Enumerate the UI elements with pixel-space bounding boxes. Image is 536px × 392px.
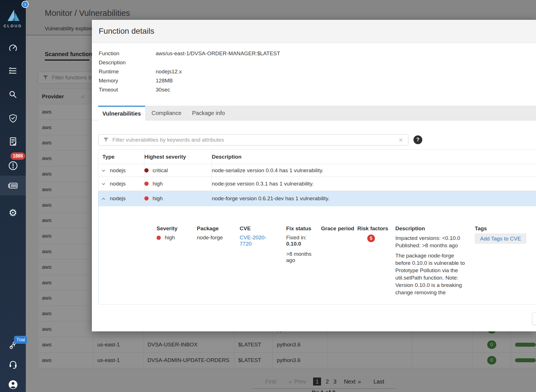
chevron-down-icon[interactable]: [102, 168, 105, 171]
logo-text: CLOUD: [0, 24, 26, 28]
report-check-icon: [8, 137, 18, 146]
field-value: nodejs12.x: [156, 69, 182, 75]
help-button[interactable]: ?: [413, 135, 422, 144]
vuln-type: nodejs: [110, 195, 126, 202]
detail-description: Impacted versions: <0.10.0 Published: >8…: [395, 235, 470, 296]
detail-header-description: Description: [395, 225, 425, 232]
detail-cve: CVE-2020-7720: [240, 235, 267, 247]
sidebar-item-compliance[interactable]: [0, 109, 26, 127]
vulnerability-row-node-serialize[interactable]: nodejs critical node-serialize version 0…: [98, 164, 536, 177]
column-header-type: Type: [102, 154, 115, 160]
vulnerability-table-header: Type Highest severity Description: [98, 149, 536, 164]
detail-header-severity: Severity: [157, 225, 178, 232]
account-avatar-icon: [8, 379, 18, 390]
chevron-right-icon: ›: [24, 1, 26, 7]
tab-vulnerabilities[interactable]: Vulnerabilities: [98, 106, 145, 121]
detail-fix-status: Fixed in: 0.10.0 >8 months ago: [286, 235, 316, 263]
cve-detail-panel: Severity Package CVE Fix status Grace pe…: [98, 206, 536, 304]
dashboard-gauge-icon: [8, 43, 18, 53]
sidebar-item-containers[interactable]: [0, 176, 26, 195]
field-label: Description: [99, 59, 156, 66]
detail-header-cve: CVE: [240, 225, 251, 232]
logo[interactable]: CLOUD: [0, 8, 26, 28]
field-label: Timeout: [99, 87, 156, 93]
field-memory: Memory 128MB: [99, 76, 354, 85]
field-timeout: Timeout 30sec: [99, 85, 354, 94]
alert-circle-icon: [8, 161, 18, 171]
vulnerabilities-filter-placeholder: Filter vulnerabilities by keywords and a…: [112, 137, 399, 143]
detail-header-fix-status: Fix status: [286, 225, 311, 232]
field-label: Function: [99, 50, 156, 57]
vuln-description: node-forge version 0.6.21-dev has 1 vuln…: [212, 195, 330, 201]
sidebar-item-workloads[interactable]: [0, 62, 26, 80]
severity-dot-high: [144, 196, 149, 201]
search-icon: [8, 90, 18, 99]
sidebar-item-dashboard[interactable]: [0, 39, 26, 57]
cve-description-text: The package node-forge before 0.10.0 is …: [395, 252, 470, 296]
published-date: Published: >8 months ago: [395, 242, 470, 249]
risk-factors-badge[interactable]: 5: [367, 235, 375, 242]
vulnerability-row-node-forge-expanded[interactable]: nodejs high node-forge version 0.6.21-de…: [98, 191, 536, 206]
detail-package: node-forge: [197, 235, 223, 241]
vulnerability-row-node-jose[interactable]: nodejs high node-jose version 0.3.1 has …: [98, 177, 536, 191]
vuln-type: nodejs: [110, 181, 126, 187]
container-icon: [8, 181, 18, 190]
add-tags-to-cve-button[interactable]: Add Tags to CVE: [475, 233, 526, 244]
field-description: Description: [99, 58, 354, 67]
detail-header-tags: Tags: [475, 225, 487, 232]
column-header-severity: Highest severity: [144, 154, 186, 160]
modal-title: Function details: [99, 27, 154, 36]
sidebar-expand-button[interactable]: ›: [22, 1, 29, 8]
modal-tabs: Vulnerabilities Compliance Package info: [92, 106, 536, 120]
severity-dot-high: [144, 182, 149, 186]
aqua-logo-icon: [5, 8, 21, 22]
field-function: Function aws/us-east-1/DVSA-ORDER-MANAGE…: [99, 49, 354, 58]
chevron-up-icon[interactable]: [102, 198, 105, 201]
field-label: Runtime: [99, 69, 156, 75]
vuln-severity: high: [153, 195, 163, 202]
column-header-description: Description: [212, 154, 242, 160]
shield-check-icon: [8, 114, 18, 123]
modal-action-button-cut[interactable]: [532, 312, 536, 325]
fix-age: >8 months ago: [286, 251, 315, 263]
tab-compliance[interactable]: Compliance: [149, 106, 184, 120]
vuln-severity: critical: [153, 167, 168, 174]
field-value: 30sec: [156, 87, 170, 93]
sidebar: CLOUD ›: [0, 0, 26, 392]
detail-severity: high: [157, 235, 175, 241]
question-mark-icon: ?: [416, 137, 419, 143]
vuln-description: node-serialize version 0.0.4 has 1 vulne…: [212, 167, 324, 173]
trial-badge: Trial: [14, 336, 27, 344]
field-value: 128MB: [156, 78, 173, 84]
vulnerability-table: Type Highest severity Description nodejs…: [98, 149, 536, 206]
function-details-modal: Function details Function aws/us-east-1/…: [92, 20, 536, 331]
impacted-versions: Impacted versions: <0.10.0: [395, 235, 470, 242]
detail-header-risk-factors: Risk factors: [357, 225, 388, 232]
vuln-severity: high: [153, 181, 163, 187]
fix-label: Fixed in:: [286, 235, 316, 241]
severity-dot-critical: [144, 168, 149, 172]
detail-header-package: Package: [197, 225, 219, 232]
vuln-type: nodejs: [110, 167, 126, 174]
sidebar-item-reports[interactable]: [0, 133, 26, 151]
chevron-down-icon[interactable]: [102, 182, 105, 185]
sidebar-item-account[interactable]: [0, 376, 26, 392]
field-value: aws/us-east-1/DVSA-ORDER-MANAGER:$LATEST: [156, 50, 280, 57]
severity-dot-high: [157, 236, 161, 240]
alerts-count-badge: 1888: [10, 152, 25, 160]
sidebar-item-support[interactable]: [0, 356, 26, 374]
field-runtime: Runtime nodejs12.x: [99, 67, 354, 76]
sidebar-item-search[interactable]: [0, 86, 26, 104]
tab-package-info[interactable]: Package info: [188, 106, 229, 120]
cve-link[interactable]: CVE-2020-7720: [240, 235, 267, 247]
vuln-description: node-jose version 0.3.1 has 1 vulnerabil…: [212, 181, 314, 187]
field-label: Memory: [99, 78, 156, 84]
gear-icon: ⚙: [9, 208, 17, 218]
filter-funnel-icon: [104, 138, 108, 142]
clear-filter-icon[interactable]: ×: [399, 136, 403, 144]
detail-header-grace-period: Grace period: [321, 225, 354, 232]
sidebar-item-settings[interactable]: ⚙: [0, 204, 26, 222]
modal-header: [92, 20, 536, 43]
headset-icon: [8, 360, 18, 370]
vulnerabilities-filter-input[interactable]: Filter vulnerabilities by keywords and a…: [98, 134, 408, 146]
